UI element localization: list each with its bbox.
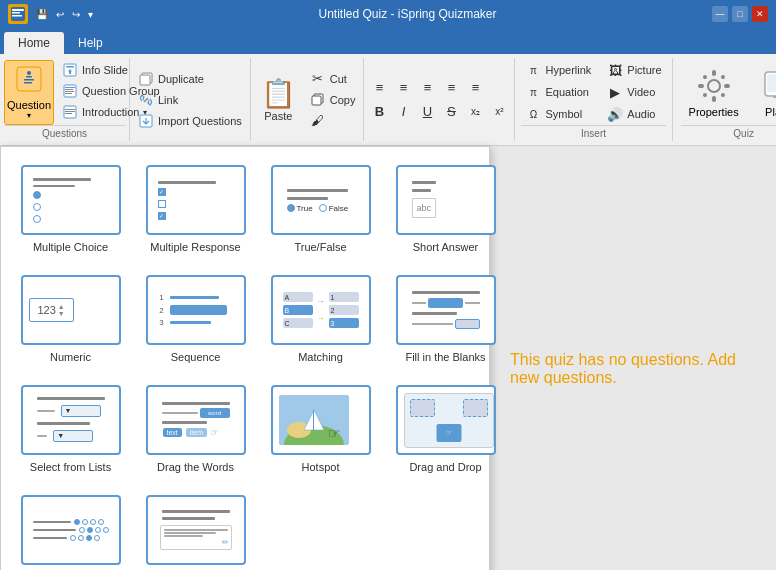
superscript-btn[interactable]: x² [488, 101, 510, 123]
tab-home[interactable]: Home [4, 32, 64, 54]
short-answer-preview: abc [396, 165, 496, 235]
multiple-response-preview: ✓ ✓ [146, 165, 246, 235]
picture-icon: 🖼 [607, 62, 623, 78]
drag-and-drop-preview: ☞ [396, 385, 496, 455]
hotspot-preview: ☞ [271, 385, 371, 455]
audio-label: Audio [627, 108, 655, 120]
hyperlink-label: Hyperlink [545, 64, 591, 76]
symbol-btn[interactable]: Ω Symbol [521, 104, 595, 124]
drag-the-words-preview: word text item ☞ [146, 385, 246, 455]
question-type-multiple-response[interactable]: ✓ ✓ Multiple Response [138, 159, 253, 259]
question-type-multiple-choice[interactable]: Multiple Choice [13, 159, 128, 259]
svg-rect-15 [65, 89, 73, 90]
question-type-fill-in-blanks[interactable]: Fill in the Blanks [388, 269, 503, 369]
question-type-drag-the-words[interactable]: word text item ☞ Drag the Words [138, 379, 253, 479]
svg-rect-16 [65, 91, 74, 92]
question-type-select-from-lists[interactable]: ▼ ▼ Select from Lists [13, 379, 128, 479]
duplicate-btn[interactable]: Duplicate [134, 69, 246, 89]
hyperlink-btn[interactable]: π Hyperlink [521, 60, 595, 80]
link-btn[interactable]: Link [134, 90, 246, 110]
svg-rect-6 [26, 76, 32, 78]
properties-label: Properties [689, 106, 739, 118]
window-title: Untitled Quiz - iSpring Quizmaker [103, 7, 712, 21]
list-unordered-btn[interactable]: ≡ [368, 77, 390, 99]
info-slide-label: Info Slide [82, 64, 128, 76]
svg-rect-30 [698, 84, 704, 88]
numeric-preview: 123 ▲ ▼ [21, 275, 121, 345]
align-right-btn[interactable]: ≡ [464, 77, 486, 99]
dropdown-quick-btn[interactable]: ▾ [86, 8, 95, 21]
svg-rect-32 [702, 74, 708, 80]
cut-btn[interactable]: ✂ Cut [306, 69, 360, 89]
italic-btn[interactable]: I [392, 101, 414, 123]
app-icon [8, 4, 28, 24]
short-answer-label: Short Answer [413, 241, 478, 253]
redo-btn[interactable]: ↪ [70, 8, 82, 21]
question-type-likert-scale[interactable]: Likert Scale [13, 489, 128, 570]
svg-rect-35 [720, 92, 726, 98]
svg-rect-21 [65, 113, 72, 114]
list-ordered-btn[interactable]: ≡ [392, 77, 414, 99]
svg-point-5 [27, 71, 31, 75]
question-type-sequence[interactable]: 1 2 3 Sequence [138, 269, 253, 369]
multiple-choice-preview [21, 165, 121, 235]
bold-btn[interactable]: B [368, 101, 390, 123]
fill-in-blanks-preview [396, 275, 496, 345]
sequence-preview: 1 2 3 [146, 275, 246, 345]
svg-rect-20 [65, 111, 75, 112]
symbol-label: Symbol [545, 108, 582, 120]
question-type-matching[interactable]: A B C → → 1 2 3 [263, 269, 378, 369]
insert-group-label: Insert [521, 125, 665, 139]
save-quick-btn[interactable]: 💾 [34, 8, 50, 21]
properties-icon [696, 68, 732, 106]
maximize-btn[interactable]: □ [732, 6, 748, 22]
format-painter-btn[interactable]: 🖌 [306, 111, 360, 131]
select-from-lists-preview: ▼ ▼ [21, 385, 121, 455]
cut-label: Cut [330, 73, 347, 85]
question-type-true-false[interactable]: True False True/False [263, 159, 378, 259]
video-btn[interactable]: ▶ Video [603, 82, 665, 102]
audio-btn[interactable]: 🔊 Audio [603, 104, 665, 124]
question-button[interactable]: Question ▾ [4, 60, 54, 125]
question-type-hotspot[interactable]: ☞ Hotspot [263, 379, 378, 479]
svg-rect-1 [12, 9, 24, 11]
import-questions-btn[interactable]: Import Questions [134, 111, 246, 131]
question-type-short-answer[interactable]: abc Short Answer [388, 159, 503, 259]
question-dropdown-arrow[interactable]: ▾ [27, 111, 31, 120]
close-btn[interactable]: ✕ [752, 6, 768, 22]
tab-help[interactable]: Help [64, 32, 117, 54]
hyperlink-icon: π [525, 62, 541, 78]
clipboard-group: 📋 Paste ✂ Cut Copy 🖌 [251, 58, 365, 141]
svg-rect-33 [720, 74, 726, 80]
duplicate-label: Duplicate [158, 73, 204, 85]
picture-btn[interactable]: 🖼 Picture [603, 60, 665, 80]
import-icon [138, 113, 154, 129]
minimize-btn[interactable]: — [712, 6, 728, 22]
multiple-response-label: Multiple Response [150, 241, 241, 253]
align-center-btn[interactable]: ≡ [440, 77, 462, 99]
no-questions-message: This quiz has no questions. Add new ques… [510, 351, 756, 387]
format-painter-icon: 🖌 [310, 113, 326, 129]
equation-btn[interactable]: π Equation [521, 82, 595, 102]
title-bar: 💾 ↩ ↪ ▾ Untitled Quiz - iSpring Quizmake… [0, 0, 776, 28]
question-type-essay[interactable]: ✏ Essay [138, 489, 253, 570]
underline-btn[interactable]: U [416, 101, 438, 123]
duplicate-icon [138, 71, 154, 87]
strikethrough-btn[interactable]: S [440, 101, 462, 123]
audio-icon: 🔊 [607, 106, 623, 122]
question-type-numeric[interactable]: 123 ▲ ▼ Numeric [13, 269, 128, 369]
paste-icon: 📋 [261, 77, 296, 110]
questions-group-label: Questions [4, 125, 125, 139]
paste-btn[interactable]: 📋 Paste [255, 73, 302, 126]
question-type-drag-and-drop[interactable]: ☞ Drag and Drop [388, 379, 503, 479]
insert-group: π Hyperlink π Equation Ω Symbol 🖼 Pictur… [515, 58, 672, 141]
copy-btn[interactable]: Copy [306, 90, 360, 110]
ribbon: Question ▾ Info Slide Question Group [0, 54, 776, 146]
symbol-icon: Ω [525, 106, 541, 122]
matching-preview: A B C → → 1 2 3 [271, 275, 371, 345]
align-left-btn[interactable]: ≡ [416, 77, 438, 99]
subscript-btn[interactable]: x₂ [464, 101, 486, 123]
undo-btn[interactable]: ↩ [54, 8, 66, 21]
properties-btn[interactable]: Properties [681, 64, 747, 122]
player-btn[interactable]: Player [755, 64, 776, 122]
